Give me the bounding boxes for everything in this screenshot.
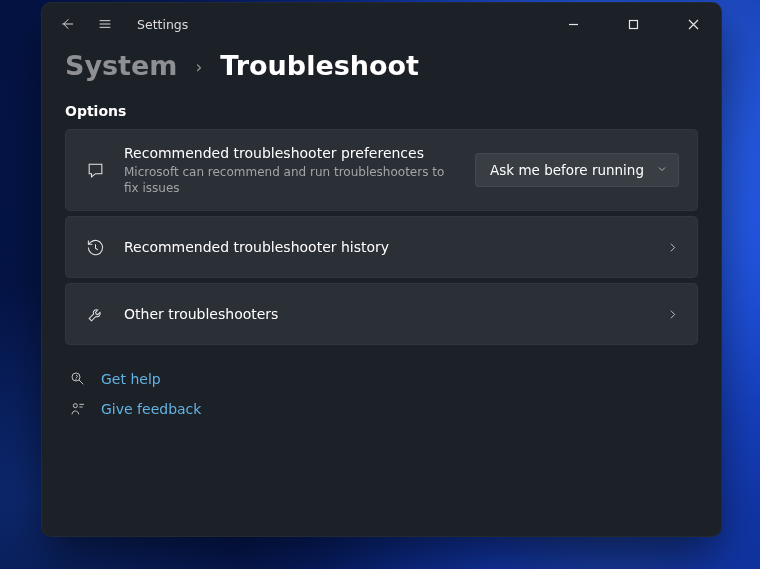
card-troubleshooter-history[interactable]: Recommended troubleshooter history: [65, 216, 698, 278]
card-title: Other troubleshooters: [124, 305, 648, 324]
history-icon: [84, 238, 106, 257]
wrench-icon: [84, 305, 106, 324]
menu-button[interactable]: [95, 14, 115, 34]
give-feedback-link[interactable]: Give feedback: [101, 401, 201, 417]
card-title: Recommended troubleshooter history: [124, 238, 648, 257]
window-maximize-button[interactable]: [610, 9, 656, 39]
back-button[interactable]: [57, 14, 77, 34]
chat-bubble-icon: [84, 161, 106, 180]
chevron-right-icon: [666, 308, 679, 321]
chevron-right-icon: [666, 241, 679, 254]
window-close-button[interactable]: [670, 9, 716, 39]
window-minimize-button[interactable]: [550, 9, 596, 39]
get-help-link[interactable]: Get help: [101, 371, 161, 387]
chevron-down-icon: [656, 162, 668, 178]
card-subtitle: Microsoft can recommend and run troubles…: [124, 164, 457, 196]
card-title: Recommended troubleshooter preferences: [124, 144, 457, 163]
help-icon: [69, 371, 87, 387]
give-feedback-row: Give feedback: [69, 401, 698, 417]
feedback-icon: [69, 401, 87, 417]
chevron-right-icon: ›: [195, 57, 202, 77]
breadcrumb: System › Troubleshoot: [65, 50, 698, 81]
section-header-options: Options: [65, 103, 698, 119]
card-other-troubleshooters[interactable]: Other troubleshooters: [65, 283, 698, 345]
titlebar: Settings: [41, 2, 722, 46]
get-help-row: Get help: [69, 371, 698, 387]
dropdown-value: Ask me before running: [490, 162, 644, 178]
svg-point-3: [73, 404, 77, 408]
breadcrumb-parent[interactable]: System: [65, 50, 177, 81]
page-title: Troubleshoot: [220, 50, 419, 81]
preferences-dropdown[interactable]: Ask me before running: [475, 153, 679, 187]
app-title: Settings: [137, 17, 188, 32]
card-troubleshooter-preferences: Recommended troubleshooter preferences M…: [65, 129, 698, 211]
svg-rect-0: [629, 20, 637, 28]
settings-window: Settings System › Troubleshoot Options R…: [41, 2, 722, 537]
